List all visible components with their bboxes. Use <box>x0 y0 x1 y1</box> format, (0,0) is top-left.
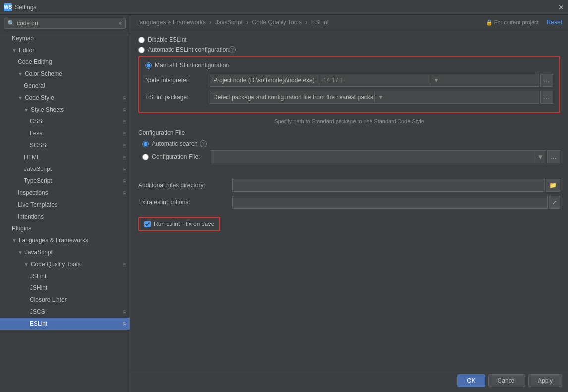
additional-rules-input[interactable] <box>232 179 545 192</box>
extra-eslint-expand-btn[interactable]: ⤢ <box>549 196 560 209</box>
content-header: Languages & Frameworks › JavaScript › Co… <box>130 15 568 30</box>
sidebar-item-code-style[interactable]: ▼ Code Style ⎘ <box>0 92 130 104</box>
sidebar-item-css[interactable]: CSS ⎘ <box>0 115 130 127</box>
specify-path-hint: Specify path to Standard package to use … <box>138 118 560 124</box>
sidebar-item-label: Code Quality Tools <box>31 261 81 268</box>
sidebar-item-closure-linter[interactable]: Closure Linter <box>0 294 130 306</box>
copy-icon: ⎘ <box>123 107 126 112</box>
radio-auto-search-input[interactable] <box>142 141 149 147</box>
manual-config-title-row: Manual ESLint configuration <box>145 62 553 69</box>
config-file-section-title: Configuration File <box>138 129 560 136</box>
node-interpreter-combo[interactable]: Project node (D:\soft\nodejs\node.exe) 1… <box>210 74 539 87</box>
search-input[interactable] <box>17 20 118 27</box>
copy-icon: ⎘ <box>123 131 126 136</box>
copy-icon: ⎘ <box>123 167 126 172</box>
sidebar-item-style-sheets[interactable]: ▼ Style Sheets ⎘ <box>0 104 130 115</box>
sidebar-item-jslint[interactable]: JSLint <box>0 270 130 282</box>
sidebar-item-less[interactable]: Less ⎘ <box>0 127 130 139</box>
node-dropdown-arrow[interactable]: ▼ <box>430 75 539 85</box>
config-file-input[interactable] <box>211 150 535 163</box>
sidebar-item-label: Closure Linter <box>30 296 67 303</box>
sidebar-item-keymap[interactable]: Keymap <box>0 32 130 44</box>
search-wrapper: 🔍 ✕ <box>4 18 126 29</box>
close-button[interactable]: ✕ <box>558 3 564 11</box>
sidebar-item-label: Plugins <box>12 225 31 232</box>
node-interpreter-label: Node interpreter: <box>145 77 210 84</box>
reset-link[interactable]: Reset <box>547 19 562 26</box>
sidebar-item-label: Inspections <box>18 189 48 196</box>
extra-eslint-label: Extra eslint options: <box>138 199 232 206</box>
eslint-package-browse-button[interactable]: … <box>540 91 553 104</box>
tree-arrow-lf: ▼ <box>12 238 17 243</box>
sidebar-item-languages-frameworks[interactable]: ▼ Languages & Frameworks <box>0 234 130 246</box>
radio-manual-eslint[interactable]: Manual ESLint configuration <box>145 62 229 69</box>
content-area: Languages & Frameworks › JavaScript › Co… <box>130 15 568 392</box>
radio-config-file[interactable]: Configuration File: <box>142 153 207 160</box>
tree-arrow-style-sheets: ▼ <box>24 107 29 112</box>
tree-arrow-color-scheme: ▼ <box>18 71 23 77</box>
sidebar-item-scss[interactable]: SCSS ⎘ <box>0 139 130 151</box>
help-icon-automatic[interactable]: ? <box>229 46 236 53</box>
sidebar: 🔍 ✕ Keymap ▼ Editor Code Editing ▼ Color… <box>0 15 130 392</box>
run-on-save-checkbox[interactable] <box>144 221 151 227</box>
tree-arrow-editor: ▼ <box>12 48 17 53</box>
sidebar-item-jscs[interactable]: JSCS ⎘ <box>0 306 130 318</box>
config-file-dropdown-btn[interactable]: ▼ <box>535 150 546 163</box>
radio-automatic-label: Automatic ESLint configuration <box>148 46 229 53</box>
ok-button[interactable]: OK <box>457 374 485 387</box>
eslint-package-dropdown-arrow[interactable]: ▼ <box>374 92 539 102</box>
sidebar-item-code-quality-tools[interactable]: ▼ Code Quality Tools ⎘ <box>0 258 130 270</box>
additional-rules-label: Additional rules directory: <box>138 182 232 189</box>
sidebar-item-code-editing[interactable]: Code Editing <box>0 56 130 68</box>
radio-automatic-eslint[interactable]: Automatic ESLint configuration ? <box>138 46 560 53</box>
copy-icon: ⎘ <box>123 143 126 148</box>
additional-rules-row: Additional rules directory: 📁 <box>138 179 560 192</box>
sidebar-item-intentions[interactable]: Intentions <box>0 211 130 223</box>
sidebar-item-plugins[interactable]: Plugins <box>0 223 130 234</box>
breadcrumb-part-3: Code Quality Tools <box>252 19 302 26</box>
sidebar-item-color-scheme-general[interactable]: General <box>0 80 130 92</box>
sidebar-item-html[interactable]: HTML ⎘ <box>0 151 130 163</box>
folder-icon: 📁 <box>549 182 557 189</box>
help-icon-auto-search[interactable]: ? <box>200 140 207 147</box>
sidebar-item-live-templates[interactable]: Live Templates <box>0 199 130 211</box>
sidebar-item-label: Editor <box>19 47 34 54</box>
radio-disable-eslint[interactable]: Disable ESLint <box>138 36 560 43</box>
apply-button[interactable]: Apply <box>528 374 562 387</box>
sidebar-item-label: Live Templates <box>18 201 57 208</box>
bottom-bar: OK Cancel Apply <box>130 369 568 392</box>
search-clear-icon[interactable]: ✕ <box>118 20 122 27</box>
breadcrumb-part-1: Languages & Frameworks <box>136 19 206 26</box>
radio-auto-search-label: Automatic search <box>152 140 198 147</box>
run-on-save-label: Run eslint --fix on save <box>154 221 214 227</box>
tree-arrow-lf-js: ▼ <box>18 250 23 255</box>
sidebar-item-eslint[interactable]: ESLint ⎘ <box>0 318 130 330</box>
sidebar-item-typescript[interactable]: TypeScript ⎘ <box>0 175 130 187</box>
main-container: 🔍 ✕ Keymap ▼ Editor Code Editing ▼ Color… <box>0 15 568 392</box>
radio-auto-search[interactable]: Automatic search ? <box>142 140 207 147</box>
radio-automatic-input[interactable] <box>138 47 145 53</box>
cancel-button[interactable]: Cancel <box>488 374 525 387</box>
config-file-browse-btn[interactable]: … <box>547 150 560 163</box>
sidebar-item-label: JSLint <box>30 273 46 280</box>
sidebar-item-lf-javascript[interactable]: ▼ JavaScript <box>0 246 130 258</box>
node-interpreter-value: Project node (D:\soft\nodejs\node.exe) <box>210 75 319 85</box>
sidebar-item-jshint[interactable]: JSHint <box>0 282 130 294</box>
eslint-package-combo[interactable]: Detect package and configuration file fr… <box>210 91 539 104</box>
copy-icon: ⎘ <box>123 119 126 124</box>
config-file-section: Automatic search ? Configuration File: ▼… <box>138 140 560 163</box>
node-interpreter-browse-button[interactable]: … <box>540 74 553 87</box>
radio-config-file-input[interactable] <box>142 154 149 160</box>
radio-disable-input[interactable] <box>138 37 145 43</box>
sidebar-item-label: Color Scheme <box>25 70 62 77</box>
extra-eslint-input[interactable] <box>232 196 548 209</box>
additional-rules-browse-btn[interactable]: 📁 <box>546 179 560 192</box>
manual-config-box: Manual ESLint configuration Node interpr… <box>138 56 560 113</box>
sidebar-item-inspections[interactable]: Inspections ⎘ <box>0 187 130 199</box>
sidebar-item-javascript-style[interactable]: JavaScript ⎘ <box>0 163 130 175</box>
radio-manual-input[interactable] <box>145 62 152 69</box>
sidebar-item-color-scheme[interactable]: ▼ Color Scheme <box>0 68 130 80</box>
for-current-project: 🔒 For current project <box>486 19 539 26</box>
sidebar-item-editor[interactable]: ▼ Editor <box>0 44 130 56</box>
sidebar-item-label: CSS <box>30 118 42 125</box>
